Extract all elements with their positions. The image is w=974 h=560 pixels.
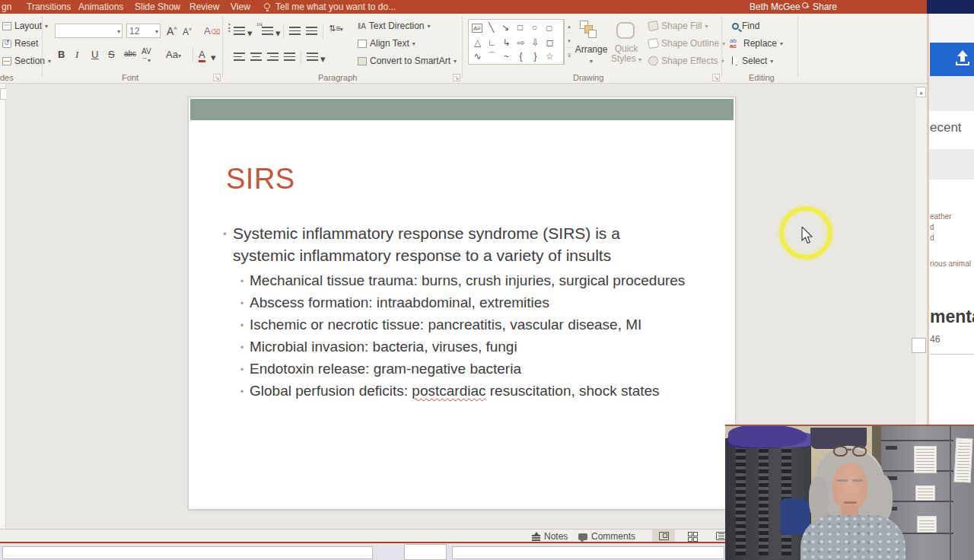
italic-button[interactable]: I <box>75 49 78 61</box>
bullet-level2[interactable]: Microbial invasion: bacteria, viruses, f… <box>240 338 686 357</box>
shape-curve-icon[interactable]: ~ <box>499 49 514 63</box>
normal-view-button[interactable] <box>652 530 675 542</box>
shape-fill-button[interactable]: Shape Fill▾ <box>648 21 708 31</box>
bullet-level1[interactable]: Systemic inflammatory response syndrome … <box>223 222 668 266</box>
shape-left-brace-icon[interactable]: { <box>514 49 528 63</box>
bullets-dropdown-icon[interactable]: ▾ <box>247 27 253 39</box>
tab-slide-show[interactable]: Slide Show <box>135 2 180 12</box>
change-case-button[interactable]: Aa▾ <box>166 49 181 60</box>
shape-elbow-icon[interactable]: ∟ <box>485 36 499 49</box>
arrange-label[interactable]: Arrange▾ <box>573 44 610 65</box>
scroll-up-icon[interactable]: ▲ <box>916 87 926 97</box>
justify-button[interactable] <box>284 52 295 60</box>
font-dialog-launcher[interactable]: ↘ <box>213 74 221 81</box>
font-color-dropdown-icon[interactable]: ▾ <box>211 52 216 63</box>
section-button[interactable]: Section▾ <box>2 56 51 66</box>
shape-rounded-rectangle-icon[interactable]: ▢ <box>542 21 556 35</box>
font-color-button[interactable]: A <box>199 49 205 62</box>
text-shadow-abc-button[interactable]: abc <box>124 49 136 58</box>
align-center-button[interactable] <box>250 52 262 60</box>
numbering-button[interactable] <box>262 26 273 34</box>
quick-styles-button[interactable]: QuickStyles ▾ <box>609 44 644 65</box>
increase-indent-button[interactable] <box>306 26 317 34</box>
shape-text-box-icon[interactable]: A≡ <box>472 24 482 33</box>
slide-editing-area[interactable]: SIRS Systemic inflammatory response synd… <box>188 97 736 510</box>
bullet-level2[interactable]: Global perfusion deficits: postcardiac r… <box>240 382 680 401</box>
find-button[interactable]: Find <box>732 21 759 31</box>
shape-right-arrow-icon[interactable]: ⇨ <box>514 36 528 49</box>
convert-to-smartart-button[interactable]: Convert to SmartArt▾ <box>358 56 457 66</box>
scrollbar-thumb[interactable] <box>912 338 926 353</box>
align-right-button[interactable] <box>267 52 279 60</box>
replace-button[interactable]: abacReplace▾ <box>730 38 783 49</box>
shapes-scroll-up-icon[interactable]: ▴ <box>565 19 574 33</box>
font-size-dropdown-icon[interactable]: ▾ <box>155 28 158 35</box>
shape-right-brace-icon[interactable]: } <box>528 49 543 63</box>
paragraph-group-label: Paragraph <box>318 73 357 82</box>
background-window-titlebar-corner <box>927 0 974 14</box>
strikethrough-button[interactable]: S <box>108 49 115 60</box>
text-direction-button[interactable]: ‖AText Direction▾ <box>358 21 431 31</box>
font-name-combobox[interactable]: ▾ <box>55 24 123 38</box>
font-name-dropdown-icon[interactable]: ▾ <box>117 28 120 35</box>
shape-triangle-icon[interactable]: △ <box>470 36 485 49</box>
underline-button[interactable]: U <box>91 49 98 60</box>
shape-effects-button[interactable]: Shape Effects▾ <box>648 56 724 66</box>
tab-animations[interactable]: Animations <box>78 2 123 12</box>
line-spacing-button[interactable]: ⇅≡▾ <box>329 24 343 33</box>
drawing-dialog-launcher[interactable]: ↘ <box>712 74 720 81</box>
character-spacing-button[interactable]: AV↔▾ <box>142 47 151 64</box>
shape-line-icon[interactable]: ╲ <box>484 21 498 34</box>
bullet-level2[interactable]: Abscess formation: intraabdominal, extre… <box>240 294 686 313</box>
arrange-button[interactable] <box>578 21 598 39</box>
signed-in-user[interactable]: Beth McGee <box>750 2 801 12</box>
decrease-indent-button[interactable] <box>289 26 301 34</box>
reset-button[interactable]: Reset <box>2 38 38 49</box>
slide-thumbnail-panel-edge[interactable] <box>0 84 6 529</box>
clear-formatting-button[interactable]: A⌫ <box>204 25 220 37</box>
shapes-gallery[interactable]: A≡╲↘□○▢ △∟↳⇨⇩◻ ∿⌒~{}☆ <box>468 19 564 65</box>
numbering-dropdown-icon[interactable]: ▾ <box>275 27 281 39</box>
bullet-level2[interactable]: Mechanical tissue trauma: burns, crush i… <box>240 272 686 291</box>
align-left-button[interactable] <box>234 52 245 60</box>
shape-oval-icon[interactable]: ○ <box>527 21 542 34</box>
comments-button[interactable]: Comments <box>578 531 635 542</box>
slide-title[interactable]: SIRS <box>226 163 295 196</box>
notes-button[interactable]: Notes <box>532 531 568 542</box>
tellme-box[interactable]: Tell me what you want to do... <box>275 2 396 12</box>
shape-star-icon[interactable]: ☆ <box>543 49 557 63</box>
shape-outline-button[interactable]: Shape Outline▾ <box>648 38 725 49</box>
bullets-button[interactable] <box>234 26 245 34</box>
decrease-font-size-button[interactable]: A˅ <box>183 27 192 37</box>
share-icon <box>801 2 810 11</box>
quick-styles-icon <box>616 22 635 39</box>
slides-group-label-partial: des <box>0 73 14 82</box>
shape-rectangle-icon[interactable]: □ <box>513 21 527 34</box>
shape-callout-icon[interactable]: ◻ <box>543 36 557 49</box>
tab-design-partial[interactable]: gn <box>2 2 11 12</box>
select-button[interactable]: Select▾ <box>732 56 773 66</box>
background-window-blue-button[interactable] <box>930 43 974 76</box>
slide-body-placeholder[interactable]: Systemic inflammatory response syndrome … <box>223 222 680 404</box>
columns-dropdown-icon[interactable]: ▾ <box>320 53 326 65</box>
bullet-level2[interactable]: Ischemic or necrotic tissue: pancreatiti… <box>240 316 686 335</box>
slide-sorter-view-button[interactable] <box>681 530 704 542</box>
shape-arrow-icon[interactable]: ↘ <box>498 21 513 34</box>
bold-button[interactable]: B <box>58 49 65 60</box>
paragraph-dialog-launcher[interactable]: ↘ <box>453 74 460 81</box>
tab-view[interactable]: View <box>231 2 250 12</box>
columns-button[interactable] <box>307 52 318 60</box>
face <box>832 463 867 510</box>
shape-down-arrow-icon[interactable]: ⇩ <box>528 36 543 49</box>
bullet-level2[interactable]: Endotoxin release: gram-negative bacteri… <box>240 360 686 379</box>
font-size-combobox[interactable]: 12▾ <box>126 24 161 38</box>
shape-scribble-icon[interactable]: ∿ <box>470 49 485 63</box>
increase-font-size-button[interactable]: A˄ <box>167 25 177 37</box>
tab-transitions[interactable]: Transitions <box>27 2 71 12</box>
notes-icon <box>532 533 540 540</box>
shape-arc-icon[interactable]: ⌒ <box>485 49 499 63</box>
tab-review[interactable]: Review <box>189 2 219 12</box>
share-button[interactable]: Share <box>813 2 837 12</box>
align-text-button[interactable]: Align Text▾ <box>358 38 415 49</box>
shape-elbow-arrow-icon[interactable]: ↳ <box>499 36 514 49</box>
